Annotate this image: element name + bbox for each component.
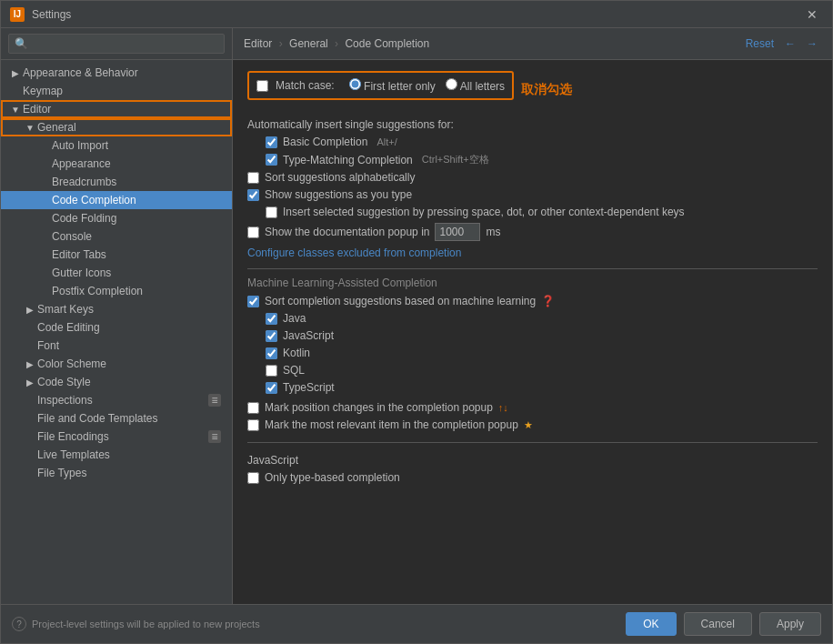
- cancel-button[interactable]: Cancel: [684, 612, 752, 636]
- typescript-checkbox[interactable]: [266, 382, 277, 394]
- sidebar-item-keymap[interactable]: Keymap: [1, 82, 232, 100]
- sidebar-item-inspections[interactable]: Inspections ≡: [1, 391, 232, 409]
- sidebar-item-file-types[interactable]: File Types: [1, 464, 232, 482]
- window-title: Settings: [32, 8, 801, 21]
- chevron-icon: [23, 323, 37, 333]
- sidebar-item-label: Live Templates: [37, 448, 110, 461]
- sidebar-item-console[interactable]: Console: [1, 227, 232, 246]
- sidebar-tree: ▶ Appearance & Behavior Keymap ▼ Editor …: [1, 60, 232, 604]
- sidebar-item-code-folding[interactable]: Code Folding: [1, 209, 232, 227]
- ok-button[interactable]: OK: [626, 612, 676, 636]
- match-case-checkbox[interactable]: [256, 80, 268, 92]
- sidebar-item-label: Inspections: [37, 394, 93, 407]
- javascript-checkbox[interactable]: [266, 330, 277, 342]
- show-doc-popup-row: Show the documentation popup in ms: [247, 223, 818, 241]
- sidebar-item-code-editing[interactable]: Code Editing: [1, 318, 232, 337]
- reset-button[interactable]: Reset: [742, 35, 778, 52]
- match-case-section: Match case: First letter only All letter…: [247, 71, 818, 109]
- sidebar-item-auto-import[interactable]: Auto Import: [1, 136, 232, 155]
- sidebar-item-label: Code Completion: [52, 194, 136, 206]
- apply-button[interactable]: Apply: [759, 612, 821, 636]
- sidebar-item-label: Gutter Icons: [52, 267, 111, 279]
- breadcrumb-nav: Reset ← →: [742, 35, 821, 52]
- only-type-based-checkbox[interactable]: [247, 472, 259, 484]
- match-case-label: Match case:: [276, 79, 335, 92]
- sidebar-item-general[interactable]: ▼ General: [1, 118, 232, 136]
- sidebar-item-smart-keys[interactable]: ▶ Smart Keys: [1, 300, 232, 318]
- sidebar-item-editor-tabs[interactable]: Editor Tabs: [1, 246, 232, 264]
- chevron-icon: [37, 141, 52, 151]
- javascript-row: JavaScript: [247, 329, 818, 342]
- mark-relevant-checkbox[interactable]: [247, 419, 259, 431]
- sidebar-item-editor[interactable]: ▼ Editor: [1, 100, 232, 118]
- sidebar-item-label: Breadcrumbs: [52, 176, 116, 188]
- basic-completion-checkbox[interactable]: [266, 136, 277, 148]
- type-matching-label: Type-Matching Completion: [283, 154, 413, 166]
- chevron-icon: [37, 214, 52, 224]
- type-matching-checkbox[interactable]: [266, 154, 277, 166]
- forward-button[interactable]: →: [803, 35, 821, 52]
- sidebar-item-appearance-behavior[interactable]: ▶ Appearance & Behavior: [1, 64, 232, 82]
- sidebar-item-code-completion[interactable]: Code Completion: [1, 191, 232, 209]
- footer-info-text: Project-level settings will be applied t…: [32, 619, 260, 629]
- radio-group: First letter only All letters: [349, 78, 505, 93]
- chevron-icon: [37, 232, 52, 242]
- js-section-header: JavaScript: [247, 454, 818, 467]
- chevron-icon: [37, 177, 52, 187]
- chevron-icon: [23, 432, 37, 442]
- arrows-icon: ↑↓: [498, 402, 508, 413]
- mark-position-row: Mark position changes in the completion …: [247, 401, 818, 414]
- configure-link-row: Configure classes excluded from completi…: [247, 247, 818, 259]
- sidebar-item-font[interactable]: Font: [1, 337, 232, 355]
- typescript-label: TypeScript: [283, 381, 335, 394]
- show-suggestions-checkbox[interactable]: [247, 189, 259, 201]
- sidebar-item-gutter-icons[interactable]: Gutter Icons: [1, 264, 232, 282]
- sort-ml-checkbox[interactable]: [247, 296, 259, 307]
- sidebar-item-code-style[interactable]: ▶ Code Style: [1, 373, 232, 391]
- doc-popup-value-input[interactable]: [435, 223, 480, 241]
- java-checkbox[interactable]: [266, 313, 277, 325]
- configure-classes-link[interactable]: Configure classes excluded from completi…: [247, 247, 461, 259]
- sql-row: SQL: [247, 364, 818, 377]
- bottom-bar: ? Project-level settings will be applied…: [1, 604, 832, 643]
- sort-alphabetically-checkbox[interactable]: [247, 172, 259, 184]
- list-icon: ≡: [208, 430, 221, 443]
- type-matching-shortcut: Ctrl+Shift+空格: [422, 153, 489, 166]
- insert-selected-row: Insert selected suggestion by pressing s…: [247, 206, 818, 218]
- sidebar-item-label: Postfix Completion: [52, 285, 143, 297]
- chevron-icon: [23, 468, 37, 478]
- search-input[interactable]: [8, 34, 225, 54]
- sidebar-item-live-templates[interactable]: Live Templates: [1, 446, 232, 464]
- first-letter-radio[interactable]: [349, 78, 361, 90]
- sort-ml-row: Sort completion suggestions based on mac…: [247, 295, 818, 307]
- chevron-icon: [23, 396, 37, 406]
- sidebar-item-file-encodings[interactable]: File Encodings ≡: [1, 428, 232, 446]
- close-button[interactable]: ✕: [801, 5, 823, 24]
- insert-selected-checkbox[interactable]: [266, 206, 277, 218]
- back-button[interactable]: ←: [781, 35, 799, 52]
- insert-selected-label: Insert selected suggestion by pressing s…: [283, 206, 685, 218]
- chevron-icon: [37, 196, 52, 206]
- sidebar-item-file-code-templates[interactable]: File and Code Templates: [1, 409, 232, 428]
- chevron-down-icon: ▼: [8, 105, 23, 115]
- sql-checkbox[interactable]: [266, 365, 277, 377]
- ml-section-header: Machine Learning-Assisted Completion: [247, 277, 818, 289]
- help-icon[interactable]: ❓: [541, 295, 555, 307]
- sidebar-item-breadcrumbs[interactable]: Breadcrumbs: [1, 173, 232, 191]
- sidebar-item-color-scheme[interactable]: ▶ Color Scheme: [1, 355, 232, 373]
- sort-alpha-label: Sort suggestions alphabetically: [265, 171, 415, 184]
- all-letters-radio[interactable]: [446, 78, 457, 90]
- sidebar-item-label: Code Style: [37, 376, 91, 388]
- match-case-box: Match case: First letter only All letter…: [247, 71, 514, 100]
- sidebar-item-appearance[interactable]: Appearance: [1, 155, 232, 173]
- list-icon: ≡: [208, 394, 221, 407]
- show-doc-popup-checkbox[interactable]: [247, 226, 259, 238]
- sidebar-badge-icon: ≡: [208, 394, 221, 407]
- kotlin-checkbox[interactable]: [266, 347, 277, 359]
- sidebar-item-label: Code Editing: [37, 321, 100, 334]
- sidebar-item-postfix-completion[interactable]: Postfix Completion: [1, 282, 232, 300]
- chevron-icon: [37, 287, 52, 297]
- doc-popup-unit: ms: [486, 226, 500, 238]
- sidebar-item-label: Console: [52, 230, 92, 243]
- mark-position-checkbox[interactable]: [247, 402, 259, 414]
